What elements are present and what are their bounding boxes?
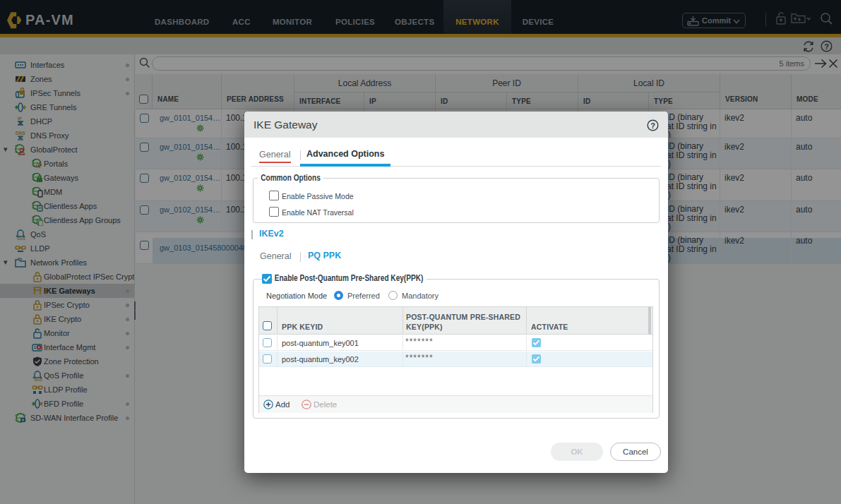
svg-text:?: ? (650, 121, 655, 130)
